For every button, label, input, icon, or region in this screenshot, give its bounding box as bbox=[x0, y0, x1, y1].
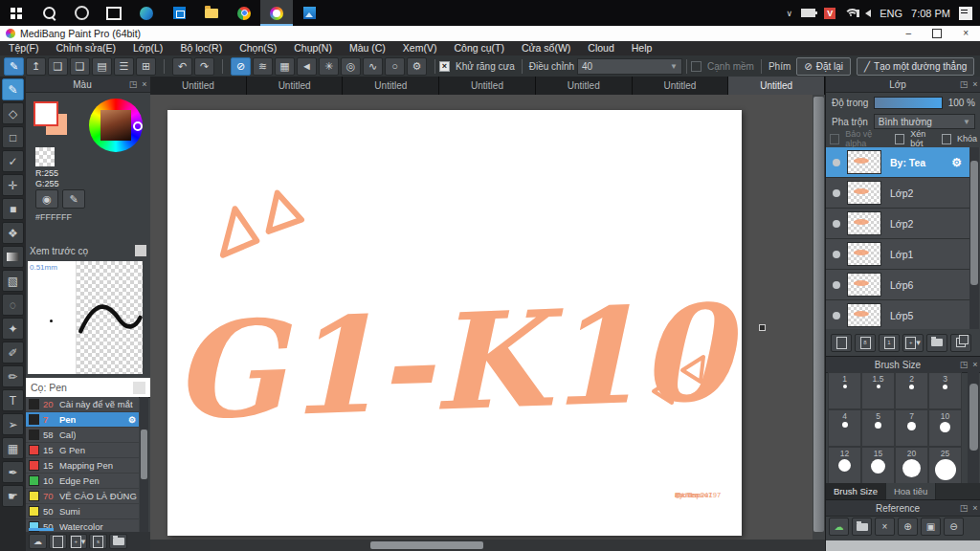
snap-settings-icon[interactable]: ⚙ bbox=[407, 57, 427, 76]
chrome-taskbar-button[interactable] bbox=[228, 0, 260, 26]
opacity-slider[interactable] bbox=[874, 97, 942, 109]
document-tab[interactable]: Untitled bbox=[343, 77, 439, 95]
gradient-tool[interactable] bbox=[2, 246, 24, 268]
add-layer-menu-icon[interactable]: +▾ bbox=[902, 334, 924, 352]
brush-size-cell[interactable]: 2 bbox=[895, 372, 928, 409]
layer-visibility-icon[interactable] bbox=[833, 159, 840, 166]
duplicate-layer-icon[interactable] bbox=[950, 334, 971, 352]
snap-curve-icon[interactable]: ∿ bbox=[363, 57, 383, 76]
brush-add-image-icon[interactable]: +▾ bbox=[69, 534, 87, 549]
brush-size-cell[interactable]: 1 bbox=[828, 372, 861, 409]
snap-grid-icon[interactable]: ▦ bbox=[275, 57, 295, 76]
wifi-icon[interactable] bbox=[844, 9, 857, 18]
preview-options-button[interactable] bbox=[135, 245, 146, 256]
vlc-tray-icon[interactable]: V bbox=[824, 8, 835, 19]
snap-vanishing-icon[interactable]: ◄ bbox=[297, 57, 317, 76]
document-icon[interactable]: ▤ bbox=[92, 57, 112, 76]
menu-item-2[interactable]: Lớp(L) bbox=[124, 41, 171, 55]
grid-edit-icon[interactable]: ⊞ bbox=[136, 57, 156, 76]
minimize-button[interactable]: – bbox=[906, 29, 912, 38]
action-center-icon[interactable] bbox=[959, 7, 972, 20]
export-icon[interactable]: ↥ bbox=[26, 57, 46, 76]
gear-icon[interactable]: ⚙ bbox=[128, 415, 136, 425]
workspace[interactable]: G1-K10 By: Tea@khiemvu197#hoidap247 bbox=[150, 95, 825, 551]
language-indicator[interactable]: ENG bbox=[880, 8, 902, 19]
snap-concentric-icon[interactable]: ◎ bbox=[341, 57, 361, 76]
menu-item-1[interactable]: Chỉnh sửa(E) bbox=[48, 41, 124, 55]
frame-divide-tool[interactable]: ▦ bbox=[2, 437, 24, 459]
brush-size-cell[interactable]: 25 bbox=[928, 447, 962, 483]
popout-icon[interactable]: ◳ bbox=[958, 79, 969, 89]
close-panel-icon[interactable]: × bbox=[969, 360, 980, 369]
file-explorer-button[interactable] bbox=[195, 0, 228, 26]
brush-list-scrollbar[interactable] bbox=[140, 397, 148, 532]
menu-item-4[interactable]: Chọn(S) bbox=[231, 41, 285, 55]
move-tool[interactable]: ✛ bbox=[2, 174, 24, 196]
popout-icon[interactable]: ◳ bbox=[127, 79, 139, 89]
stylus-tool[interactable]: ✓ bbox=[2, 150, 24, 172]
reset-button[interactable]: ⊘Đặt lại bbox=[796, 57, 851, 76]
layer-visibility-icon[interactable] bbox=[833, 281, 840, 289]
select-marquee-tool[interactable]: ▧ bbox=[2, 270, 24, 292]
brush-cloud-icon[interactable]: ☁ bbox=[29, 534, 47, 549]
brush-options-button[interactable] bbox=[133, 382, 145, 394]
bucket-tool[interactable]: ❖ bbox=[2, 222, 24, 244]
menu-item-7[interactable]: Xem(V) bbox=[394, 41, 446, 55]
layer-visibility-icon[interactable] bbox=[833, 189, 840, 197]
brush-size-scrollbar[interactable] bbox=[968, 372, 979, 483]
brush-list-item[interactable]: 50Sumi bbox=[26, 504, 139, 519]
eraser-tool[interactable]: ◇ bbox=[2, 102, 24, 124]
select-eraser-tool[interactable]: ✏ bbox=[2, 365, 24, 387]
lasso-tool[interactable]: ◌ bbox=[2, 294, 24, 316]
gear-icon[interactable]: ⚙ bbox=[951, 156, 962, 169]
brush-list-item[interactable]: 58Cal) bbox=[26, 428, 139, 443]
layer-folder-icon[interactable] bbox=[926, 334, 947, 352]
brush-size-cell[interactable]: 1.5 bbox=[861, 372, 895, 409]
shape-tool[interactable]: ■ bbox=[2, 198, 24, 220]
brush-size-cell[interactable]: 10 bbox=[928, 409, 962, 447]
alpha-lock-checkbox[interactable] bbox=[830, 134, 839, 144]
menu-item-0[interactable]: Tệp(F) bbox=[0, 41, 48, 55]
volume-icon[interactable] bbox=[865, 10, 871, 17]
brush-script-icon[interactable]: s bbox=[89, 534, 107, 549]
document-tab[interactable]: Untitled bbox=[150, 77, 247, 95]
color-wheel[interactable] bbox=[89, 99, 143, 152]
menu-item-8[interactable]: Công cụ(T) bbox=[445, 41, 513, 55]
antialias-checkbox[interactable]: × bbox=[439, 61, 450, 72]
brush-size-cell[interactable]: 5 bbox=[861, 409, 895, 447]
panel-tab[interactable]: Brush Size bbox=[826, 483, 886, 500]
comment-alt-icon[interactable]: ❑ bbox=[70, 57, 90, 76]
close-panel-icon[interactable]: × bbox=[969, 503, 980, 513]
medibang-taskbar-button[interactable] bbox=[260, 0, 293, 26]
document-tab[interactable]: Untitled bbox=[633, 77, 729, 95]
reference-folder-icon[interactable] bbox=[852, 518, 872, 536]
operation-tool[interactable]: ➢ bbox=[2, 413, 24, 435]
layer-visibility-icon[interactable] bbox=[833, 220, 840, 228]
brush-size-cell[interactable]: 3 bbox=[928, 372, 962, 409]
blend-dropdown[interactable]: Bình thường▼ bbox=[874, 114, 975, 129]
layer-row[interactable]: Lớp2 bbox=[826, 209, 969, 239]
fit-view-icon[interactable]: ▣ bbox=[921, 518, 941, 536]
foreground-color-swatch[interactable] bbox=[33, 101, 58, 126]
redo-icon[interactable]: ↷ bbox=[194, 57, 214, 76]
list-icon[interactable]: ☰ bbox=[114, 57, 134, 76]
adjust-dropdown[interactable]: 40▼ bbox=[577, 58, 682, 75]
cortana-button[interactable] bbox=[65, 0, 98, 26]
layer-visibility-icon[interactable] bbox=[833, 312, 840, 320]
lock-checkbox[interactable] bbox=[942, 134, 951, 144]
menu-item-3[interactable]: Bộ lọc(R) bbox=[171, 41, 231, 55]
brush-list-item[interactable]: 15G Pen bbox=[26, 443, 139, 458]
document-tab[interactable]: Untitled bbox=[536, 77, 633, 95]
layer-list-scrollbar[interactable] bbox=[969, 147, 979, 329]
popout-icon[interactable]: ◳ bbox=[958, 360, 969, 369]
brush-size-cell[interactable]: 15 bbox=[861, 447, 895, 483]
store-taskbar-button[interactable] bbox=[163, 0, 195, 26]
select-rect-tool[interactable]: □ bbox=[2, 126, 24, 148]
document-tab[interactable]: Untitled bbox=[728, 77, 825, 95]
create-line-button[interactable]: ╱Tạo một đường thẳng bbox=[857, 57, 974, 76]
canvas-hscrollbar[interactable] bbox=[150, 540, 825, 551]
document-tab[interactable]: Untitled bbox=[247, 77, 344, 95]
zoom-in-icon[interactable]: ⊕ bbox=[898, 518, 918, 536]
brush-folder-icon[interactable] bbox=[109, 534, 127, 549]
snap-radial-icon[interactable]: ✳ bbox=[319, 57, 339, 76]
